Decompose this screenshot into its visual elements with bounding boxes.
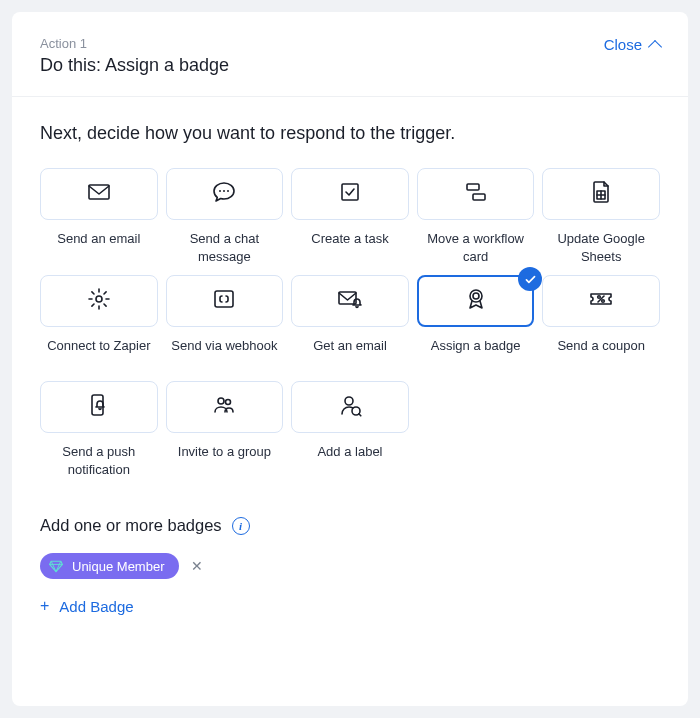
plus-icon: +	[40, 597, 49, 615]
coupon-icon	[588, 286, 614, 316]
checkbox-icon	[337, 179, 363, 209]
chat-icon	[211, 179, 237, 209]
response-prompt: Next, decide how you want to respond to …	[40, 123, 660, 144]
option-label: Add a label	[317, 443, 382, 477]
mail-icon	[86, 179, 112, 209]
option-card	[291, 168, 409, 220]
option-label: Update Google Sheets	[542, 230, 660, 265]
option-label: Assign a badge	[431, 337, 521, 371]
option-card	[417, 168, 535, 220]
svg-point-2	[223, 190, 225, 192]
option-card	[417, 275, 535, 327]
gear-icon	[86, 286, 112, 316]
close-button-label: Close	[604, 36, 642, 53]
option-invite-group[interactable]: Invite to a group	[166, 381, 284, 478]
svg-rect-0	[89, 185, 109, 199]
svg-rect-5	[467, 184, 479, 190]
svg-point-17	[226, 400, 231, 405]
badge-icon	[463, 286, 489, 316]
option-create-task[interactable]: Create a task	[291, 168, 409, 265]
sheet-icon	[588, 179, 614, 209]
info-icon[interactable]: i	[232, 517, 250, 535]
action-options-grid: Send an email Send a chat message Create…	[40, 168, 660, 478]
option-label: Send a push notification	[40, 443, 158, 478]
option-card	[40, 275, 158, 327]
remove-badge-button[interactable]: ✕	[187, 554, 207, 578]
chevron-up-icon	[648, 39, 662, 53]
option-card	[291, 381, 409, 433]
group-icon	[211, 392, 237, 422]
option-card	[166, 381, 284, 433]
option-label: Move a workflow card	[417, 230, 535, 265]
svg-point-1	[219, 190, 221, 192]
option-update-sheets[interactable]: Update Google Sheets	[542, 168, 660, 265]
gem-icon	[48, 558, 64, 574]
option-card	[542, 168, 660, 220]
action-config-panel: Action 1 Do this: Assign a badge Close N…	[12, 12, 688, 706]
option-card	[542, 275, 660, 327]
option-send-push[interactable]: Send a push notification	[40, 381, 158, 478]
add-badge-label: Add Badge	[59, 598, 133, 615]
option-label: Send via webhook	[171, 337, 277, 371]
svg-point-14	[602, 300, 605, 303]
svg-point-12	[473, 293, 479, 299]
badges-section: Add one or more badges i Unique Member ✕…	[40, 516, 660, 615]
option-label: Create a task	[311, 230, 388, 264]
svg-point-11	[470, 290, 482, 302]
option-card	[166, 275, 284, 327]
option-label: Send an email	[57, 230, 140, 264]
option-card	[40, 168, 158, 220]
phone-bell-icon	[86, 392, 112, 422]
selected-check-icon	[518, 267, 542, 291]
action-title: Do this: Assign a badge	[40, 55, 229, 76]
svg-rect-9	[215, 291, 233, 307]
badge-chips-row: Unique Member ✕	[40, 553, 660, 579]
bracket-icon	[211, 286, 237, 316]
svg-point-8	[96, 296, 102, 302]
svg-point-18	[345, 397, 353, 405]
option-card	[40, 381, 158, 433]
option-card	[291, 275, 409, 327]
option-send-webhook[interactable]: Send via webhook	[166, 275, 284, 371]
option-move-workflow-card[interactable]: Move a workflow card	[417, 168, 535, 265]
panel-header: Action 1 Do this: Assign a badge Close	[12, 12, 688, 97]
option-label: Connect to Zapier	[47, 337, 150, 371]
svg-point-13	[598, 296, 601, 299]
option-send-coupon[interactable]: Send a coupon	[542, 275, 660, 371]
person-label-icon	[337, 392, 363, 422]
option-card	[166, 168, 284, 220]
badges-heading: Add one or more badges	[40, 516, 222, 535]
svg-point-3	[227, 190, 229, 192]
svg-point-16	[218, 398, 224, 404]
option-add-label[interactable]: Add a label	[291, 381, 409, 478]
kanban-icon	[463, 179, 489, 209]
svg-rect-6	[473, 194, 485, 200]
option-label: Send a coupon	[557, 337, 644, 371]
action-number-label: Action 1	[40, 36, 229, 51]
option-send-email[interactable]: Send an email	[40, 168, 158, 265]
option-get-email[interactable]: Get an email	[291, 275, 409, 371]
add-badge-button[interactable]: + Add Badge	[40, 597, 134, 615]
option-connect-zapier[interactable]: Connect to Zapier	[40, 275, 158, 371]
option-label: Get an email	[313, 337, 387, 371]
mail-bell-icon	[337, 286, 363, 316]
badge-chip[interactable]: Unique Member	[40, 553, 179, 579]
badge-chip-label: Unique Member	[72, 559, 165, 574]
option-send-chat[interactable]: Send a chat message	[166, 168, 284, 265]
svg-rect-4	[342, 184, 358, 200]
option-label: Send a chat message	[166, 230, 284, 265]
option-label: Invite to a group	[178, 443, 271, 477]
option-assign-badge[interactable]: Assign a badge	[417, 275, 535, 371]
close-button[interactable]: Close	[604, 36, 660, 53]
